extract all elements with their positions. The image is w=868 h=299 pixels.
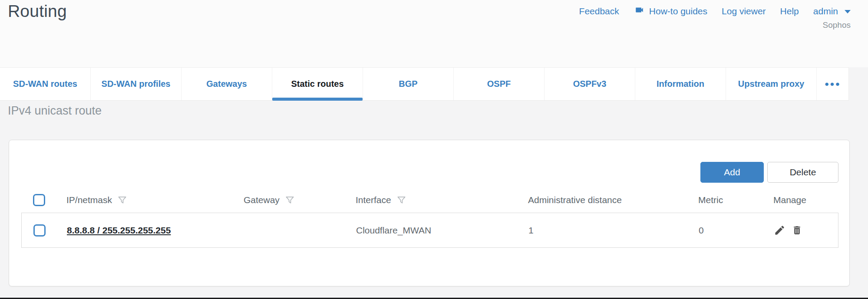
help-label: Help — [780, 6, 799, 16]
tab-information[interactable]: Information — [635, 68, 726, 100]
column-header-ip-netmask: IP/netmask — [66, 195, 244, 205]
tab-upstream-proxy[interactable]: Upstream proxy — [726, 68, 817, 100]
table-toolbar: Add Delete — [700, 162, 838, 183]
administrative-distance-cell: 1 — [528, 225, 699, 236]
delete-icon[interactable] — [792, 225, 802, 236]
route-link[interactable]: 8.8.8.8 / 255.255.255.255 — [67, 225, 171, 235]
interface-cell: Cloudflare_MWAN — [356, 225, 528, 236]
how-to-guides-label: How-to guides — [649, 6, 707, 16]
page-title: Routing — [8, 2, 67, 21]
routing-tab-bar: SD-WAN routes SD-WAN profiles Gateways S… — [0, 67, 849, 101]
help-link[interactable]: Help — [780, 6, 799, 16]
section-heading-ipv4-unicast-route: IPv4 unicast route — [8, 104, 102, 118]
add-button[interactable]: Add — [700, 162, 764, 183]
page-header: Routing Feedback How-to guides Log viewe… — [0, 0, 868, 67]
tab-ospfv3[interactable]: OSPFv3 — [545, 68, 635, 100]
tab-bgp[interactable]: BGP — [363, 68, 454, 100]
brand-label: Sophos — [579, 20, 851, 30]
top-navigation-links: Feedback How-to guides Log viewer Help a… — [579, 5, 851, 17]
tab-ospf[interactable]: OSPF — [454, 68, 545, 100]
chevron-down-icon — [845, 10, 851, 13]
column-header-administrative-distance: Administrative distance — [528, 195, 698, 205]
table-row: 8.8.8.8 / 255.255.255.255 Cloudflare_MWA… — [21, 213, 838, 248]
delete-button[interactable]: Delete — [767, 162, 838, 183]
administrative-distance-header-label: Administrative distance — [528, 195, 622, 205]
feedback-label: Feedback — [579, 6, 619, 16]
filter-icon[interactable] — [396, 195, 406, 205]
table-header-row: IP/netmask Gateway Interface Administrat… — [21, 189, 838, 211]
gateway-header-label: Gateway — [244, 195, 280, 205]
manage-cell — [774, 224, 838, 236]
admin-user-label: admin — [813, 6, 838, 16]
interface-header-label: Interface — [356, 195, 391, 205]
routing-page: { "page": { "title": "Routing" }, "topna… — [0, 0, 868, 299]
tab-sd-wan-routes[interactable]: SD-WAN routes — [0, 68, 91, 100]
manage-header-label: Manage — [773, 195, 806, 205]
select-all-cell — [21, 194, 66, 206]
log-viewer-label: Log viewer — [722, 6, 766, 16]
edit-icon[interactable] — [774, 224, 785, 236]
ipv4-unicast-route-card: Add Delete IP/netmask Gateway Interface … — [9, 140, 850, 286]
ip-netmask-cell: 8.8.8.8 / 255.255.255.255 — [67, 225, 244, 236]
row-checkbox[interactable] — [33, 224, 46, 237]
column-header-manage: Manage — [773, 195, 838, 205]
admin-user-menu[interactable]: admin — [813, 6, 851, 16]
filter-icon[interactable] — [117, 195, 127, 205]
feedback-link[interactable]: Feedback — [579, 6, 619, 16]
column-header-gateway: Gateway — [244, 195, 356, 205]
tab-sd-wan-profiles[interactable]: SD-WAN profiles — [91, 68, 182, 100]
column-header-metric: Metric — [698, 195, 773, 205]
row-select-cell — [22, 224, 67, 237]
ip-netmask-header-label: IP/netmask — [66, 195, 112, 205]
metric-header-label: Metric — [698, 195, 723, 205]
video-camera-icon — [634, 5, 645, 17]
tab-gateways[interactable]: Gateways — [182, 68, 272, 100]
log-viewer-link[interactable]: Log viewer — [722, 6, 766, 16]
select-all-checkbox[interactable] — [33, 194, 45, 206]
filter-icon[interactable] — [285, 195, 295, 205]
how-to-guides-link[interactable]: How-to guides — [634, 5, 707, 17]
metric-cell: 0 — [699, 225, 774, 236]
column-header-interface: Interface — [356, 195, 528, 205]
more-tabs-icon[interactable]: ●●● — [817, 68, 848, 100]
tab-static-routes[interactable]: Static routes — [272, 68, 363, 100]
top-navigation: Feedback How-to guides Log viewer Help a… — [579, 5, 851, 30]
